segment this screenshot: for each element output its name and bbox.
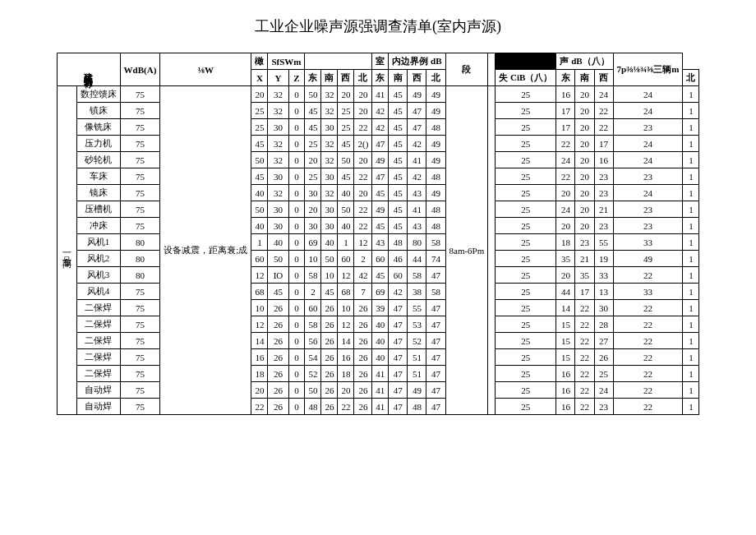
c-wdb: 75 — [120, 119, 160, 136]
c-m: 1 — [683, 152, 699, 168]
c-wdb: 75 — [120, 185, 160, 201]
c-y: 26 — [268, 366, 288, 382]
c-n2: 47 — [426, 382, 445, 399]
c-loss: 25 — [496, 267, 556, 284]
c-w3: 21 — [594, 201, 613, 218]
c-s3: 22 — [575, 399, 594, 415]
c-w1: 20 — [338, 382, 354, 399]
c-s3: 20 — [575, 168, 594, 185]
c-loss: 25 — [496, 119, 556, 136]
c-e2: 41 — [372, 366, 389, 382]
c-w3: 33 — [594, 267, 613, 284]
c-n2: 48 — [426, 218, 445, 234]
c-y: 32 — [268, 136, 288, 152]
c-x: 18 — [251, 366, 268, 382]
h-wdb: WdB(A) — [120, 53, 160, 86]
c-name: 冲床 — [76, 218, 120, 234]
c-w1: 1 — [338, 234, 354, 251]
table-row: 压槽机7550300203050224945414825242021231 — [57, 201, 699, 218]
c-e3: 20 — [556, 218, 575, 234]
c-wdb: 75 — [120, 382, 160, 399]
c-y: 32 — [268, 103, 288, 119]
c-name: 镇床 — [76, 103, 120, 119]
c-e3: 16 — [556, 86, 575, 103]
h-w1: 西 — [338, 70, 354, 86]
c-m: 1 — [683, 103, 699, 119]
table-row: 二保焊7514260562614264047524725152227221 — [57, 333, 699, 349]
c-n3: 24 — [613, 136, 683, 152]
c-e3: 15 — [556, 349, 575, 366]
c-wdb: 80 — [120, 234, 160, 251]
c-wdb: 75 — [120, 86, 160, 103]
c-z: 0 — [288, 234, 305, 251]
c-x: 1 — [251, 234, 268, 251]
table-row: 一号车间数控馈床75设备减震，距离衰;成20320503220204145494… — [57, 86, 699, 103]
c-n1: 26 — [354, 399, 372, 415]
h-boundary: 内边界例 dB — [389, 53, 445, 70]
c-name: 压槽机 — [76, 201, 120, 218]
c-m: 1 — [683, 316, 699, 333]
c-y: 50 — [268, 251, 288, 267]
c-e2: 43 — [372, 234, 389, 251]
c-w1: 25 — [338, 119, 354, 136]
page-title: 工业企业噪声源强调查清单(室内声源) — [16, 16, 740, 36]
c-z: 0 — [288, 251, 305, 267]
c-e3: 22 — [556, 168, 575, 185]
c-loss: 25 — [496, 284, 556, 300]
h-n2: 北 — [426, 70, 445, 86]
c-e1: 25 — [305, 168, 321, 185]
c-z: 0 — [288, 168, 305, 185]
c-loss: 25 — [496, 300, 556, 316]
table-row: 二保焊7516260542616264047514725152226221 — [57, 349, 699, 366]
c-s1: 26 — [321, 333, 338, 349]
c-x: 20 — [251, 382, 268, 399]
c-e1: 56 — [305, 333, 321, 349]
c-s3: 20 — [575, 218, 594, 234]
c-s1: 50 — [321, 251, 338, 267]
c-w1: 14 — [338, 333, 354, 349]
c-e3: 24 — [556, 201, 575, 218]
h-loss: 失 CiB（八） — [496, 70, 556, 86]
h-z: Z — [288, 70, 305, 86]
c-s2: 45 — [389, 119, 408, 136]
c-n3: 24 — [613, 86, 683, 103]
c-s2: 42 — [389, 284, 408, 300]
table-row: 车床7545300253045224745424825222023231 — [57, 168, 699, 185]
h-s1: 南 — [321, 70, 338, 86]
c-s1: 32 — [321, 185, 338, 201]
c-s1: 32 — [321, 86, 338, 103]
c-w3: 19 — [594, 251, 613, 267]
c-wdb: 75 — [120, 168, 160, 185]
c-name: 二保焊 — [76, 300, 120, 316]
c-e3: 15 — [556, 316, 575, 333]
h-last: 7p⅜⅛¾⅜三辆m — [613, 53, 683, 86]
c-s1: 10 — [321, 267, 338, 284]
c-s2: 45 — [389, 201, 408, 218]
c-w1: 45 — [338, 136, 354, 152]
c-w3: 55 — [594, 234, 613, 251]
c-wdb: 80 — [120, 267, 160, 284]
h-w8: ⅛W — [160, 53, 251, 86]
c-s1: 26 — [321, 349, 338, 366]
c-z: 0 — [288, 316, 305, 333]
c-e3: 17 — [556, 119, 575, 136]
h-building: 建筑物名称 — [57, 53, 120, 86]
c-y: 30 — [268, 168, 288, 185]
c-y: 30 — [268, 218, 288, 234]
table-row: 砂轮机7550320203250204945414925242016241 — [57, 152, 699, 168]
c-y: 45 — [268, 284, 288, 300]
c-s3: 20 — [575, 86, 594, 103]
c-loss: 25 — [496, 333, 556, 349]
c-s2: 46 — [389, 251, 408, 267]
c-s1: 32 — [321, 136, 338, 152]
c-z: 0 — [288, 399, 305, 415]
c-n2: 48 — [426, 201, 445, 218]
c-w2: 51 — [408, 366, 426, 382]
h-sfswm: SfSWm — [268, 53, 305, 70]
table-row: 风机475684502456876942385825441713331 — [57, 284, 699, 300]
table-row: 二保焊7510260602610263947554725142230221 — [57, 300, 699, 316]
c-e2: 45 — [372, 218, 389, 234]
building-cell: 一号车间 — [57, 86, 76, 415]
c-e1: 45 — [305, 103, 321, 119]
c-s1: 26 — [321, 399, 338, 415]
